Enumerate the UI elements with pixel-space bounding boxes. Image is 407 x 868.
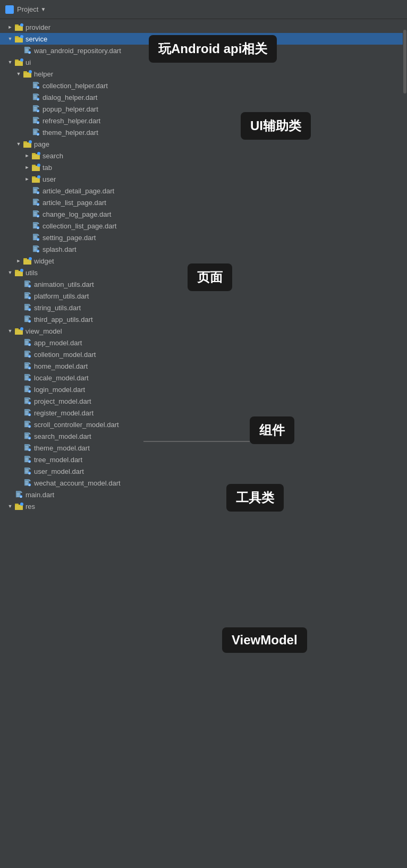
tree-item-setting_page[interactable]: Dsetting_page.dart: [0, 232, 407, 243]
arrow-down-icon[interactable]: ▼: [6, 327, 14, 335]
tree-item-splash[interactable]: Dsplash.dart: [0, 243, 407, 255]
svg-text:D: D: [37, 203, 39, 206]
tree-item-main_dart[interactable]: Dmain.dart: [0, 489, 407, 500]
tree-item-res[interactable]: ▼res: [0, 500, 407, 512]
content-wrapper: ►provider▼serviceDwan_android_repository…: [0, 19, 407, 514]
tree-item-search[interactable]: ►search: [0, 150, 407, 161]
arrow-empty[interactable]: [15, 280, 22, 288]
tree-item-user_model[interactable]: Duser_model.dart: [0, 465, 407, 477]
svg-rect-65: [23, 141, 27, 143]
svg-rect-59: [34, 131, 37, 131]
arrow-empty[interactable]: [23, 129, 31, 136]
arrow-empty[interactable]: [23, 105, 31, 113]
tree-item-app_model[interactable]: Dapp_model.dart: [0, 337, 407, 348]
scrollbar[interactable]: [403, 19, 407, 514]
tree-item-popup_helper[interactable]: Dpopup_helper.dart: [0, 103, 407, 115]
tree-item-login_model[interactable]: Dlogin_model.dart: [0, 384, 407, 395]
tree-item-project_model[interactable]: Dproject_model.dart: [0, 395, 407, 407]
dart-file-icon: D: [32, 222, 40, 230]
svg-rect-241: [26, 438, 28, 438]
tree-item-collection_list_page[interactable]: Dcollection_list_page.dart: [0, 220, 407, 232]
arrow-empty[interactable]: [15, 432, 22, 440]
tree-item-tree_model[interactable]: Dtree_model.dart: [0, 454, 407, 465]
tree-item-home_model[interactable]: Dhome_model.dart: [0, 360, 407, 372]
tree-item-view_model[interactable]: ▼view_model: [0, 325, 407, 337]
tooltip-ui: UI辅助类: [241, 112, 311, 140]
item-label: collection_list_page.dart: [43, 222, 116, 230]
tree-item-platform_utils[interactable]: Dplatform_utils.dart: [0, 290, 407, 302]
arrow-empty[interactable]: [23, 245, 31, 253]
svg-rect-22: [23, 73, 31, 78]
arrow-empty[interactable]: [15, 467, 22, 475]
arrow-right-icon[interactable]: ►: [6, 23, 14, 31]
svg-rect-61: [34, 134, 37, 134]
tree-item-collection_helper[interactable]: Dcollection_helper.dart: [0, 80, 407, 91]
arrow-empty[interactable]: [15, 304, 22, 311]
svg-marker-26: [38, 82, 40, 84]
tree-item-refresh_helper[interactable]: Drefresh_helper.dart: [0, 115, 407, 126]
arrow-right-icon[interactable]: ►: [23, 175, 31, 183]
tree-item-tab[interactable]: ►tab: [0, 161, 407, 173]
tree-item-helper[interactable]: ▼helper: [0, 68, 407, 80]
folder-icon: [23, 140, 32, 148]
arrow-down-icon[interactable]: ▼: [6, 35, 14, 42]
tree-item-search_model[interactable]: Dsearch_model.dart: [0, 430, 407, 442]
tree-item-wechat_account_model[interactable]: Dwechat_account_model.dart: [0, 477, 407, 489]
arrow-empty[interactable]: [23, 210, 31, 218]
arrow-empty[interactable]: [15, 374, 22, 381]
arrow-empty[interactable]: [23, 234, 31, 241]
arrow-empty[interactable]: [15, 386, 22, 393]
arrow-right-icon[interactable]: ►: [15, 257, 22, 265]
arrow-down-icon[interactable]: ▼: [6, 503, 14, 510]
tree-item-change_log_page[interactable]: Dchange_log_page.dart: [0, 208, 407, 220]
tree-item-register_model[interactable]: Dregister_model.dart: [0, 407, 407, 419]
arrow-down-icon[interactable]: ▼: [15, 70, 22, 78]
header-dropdown-arrow[interactable]: ▼: [40, 6, 46, 12]
svg-rect-200: [26, 378, 28, 378]
arrow-right-icon[interactable]: ►: [23, 152, 31, 159]
tree-item-article_list_page[interactable]: Darticle_list_page.dart: [0, 197, 407, 208]
arrow-empty[interactable]: [15, 444, 22, 452]
arrow-down-icon[interactable]: ▼: [6, 58, 14, 66]
tree-item-article_detail_page[interactable]: Darticle_detail_page.dart: [0, 185, 407, 197]
arrow-right-icon[interactable]: ►: [23, 164, 31, 171]
arrow-empty[interactable]: [6, 491, 14, 498]
arrow-empty[interactable]: [23, 93, 31, 101]
arrow-empty[interactable]: [15, 339, 22, 346]
tree-item-provider[interactable]: ►provider: [0, 21, 407, 33]
svg-rect-107: [34, 224, 37, 225]
arrow-empty[interactable]: [23, 222, 31, 229]
tree-item-colletion_model[interactable]: Dcolletion_model.dart: [0, 348, 407, 360]
arrow-empty[interactable]: [15, 397, 22, 405]
tree-item-scroll_controller_model[interactable]: Dscroll_controller_model.dart: [0, 419, 407, 430]
tree-item-locale_model[interactable]: Dlocale_model.dart: [0, 372, 407, 384]
tree-item-user[interactable]: ►user: [0, 173, 407, 185]
arrow-empty[interactable]: [15, 479, 22, 487]
tree-item-page[interactable]: ▼page: [0, 138, 407, 150]
svg-rect-52: [34, 121, 37, 121]
svg-point-67: [29, 140, 32, 143]
scrollbar-thumb[interactable]: [403, 30, 406, 93]
dart-file-icon: D: [32, 245, 40, 253]
arrow-down-icon[interactable]: ▼: [15, 140, 22, 148]
tree-item-string_utils[interactable]: Dstring_utils.dart: [0, 302, 407, 313]
tree-item-theme_helper[interactable]: Dtheme_helper.dart: [0, 126, 407, 138]
item-label: tab: [43, 164, 52, 172]
arrow-down-icon[interactable]: ▼: [6, 269, 14, 276]
arrow-empty[interactable]: [15, 316, 22, 323]
arrow-empty[interactable]: [15, 421, 22, 428]
tree-item-third_app_utils[interactable]: Dthird_app_utils.dart: [0, 313, 407, 325]
tree-item-dialog_helper[interactable]: Ddialog_helper.dart: [0, 91, 407, 103]
arrow-empty[interactable]: [23, 199, 31, 206]
arrow-empty[interactable]: [15, 409, 22, 416]
arrow-empty[interactable]: [15, 47, 22, 54]
arrow-empty[interactable]: [15, 456, 22, 463]
arrow-empty[interactable]: [23, 117, 31, 124]
arrow-empty[interactable]: [23, 82, 31, 89]
arrow-empty[interactable]: [15, 362, 22, 370]
arrow-empty[interactable]: [15, 351, 22, 358]
item-label: animation_utils.dart: [34, 280, 94, 288]
arrow-empty[interactable]: [23, 187, 31, 194]
arrow-empty[interactable]: [15, 292, 22, 300]
tree-item-theme_model[interactable]: Dtheme_model.dart: [0, 442, 407, 454]
